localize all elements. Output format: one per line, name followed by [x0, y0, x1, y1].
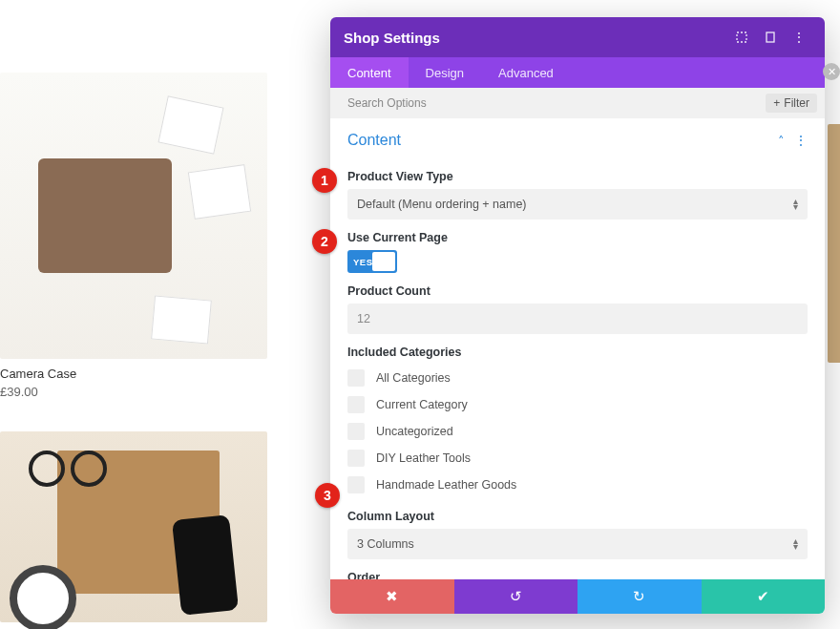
label-column-layout: Column Layout	[347, 510, 808, 523]
select-value: 3 Columns	[357, 537, 414, 551]
category-option[interactable]: Uncategorized	[347, 418, 808, 445]
product-image	[828, 124, 840, 363]
undo-button[interactable]: ↺	[454, 579, 578, 614]
checkbox-icon[interactable]	[347, 450, 365, 467]
panel-body: Product View Type Default (Menu ordering…	[330, 158, 825, 579]
svg-rect-1	[766, 32, 774, 42]
select-column-layout[interactable]: 3 Columns ▴▾	[347, 529, 808, 559]
toggle-use-current-page[interactable]: YES	[347, 250, 397, 273]
close-icon: ✖	[386, 588, 398, 605]
section-content-header[interactable]: Content ˄ ⋮	[330, 118, 825, 158]
annotation-1: 1	[312, 168, 337, 193]
checkbox-icon[interactable]	[347, 476, 365, 493]
search-input[interactable]: Search Options	[347, 96, 427, 110]
close-panel-button[interactable]: ✕	[823, 63, 840, 80]
category-label: DIY Leather Tools	[376, 451, 471, 465]
responsive-preview-icon[interactable]	[758, 25, 783, 50]
product-card	[0, 431, 267, 622]
product-price: £39.00	[0, 385, 267, 399]
category-label: Handmade Leather Goods	[376, 478, 516, 492]
svg-rect-0	[737, 32, 746, 42]
checkbox-icon[interactable]	[347, 423, 365, 440]
tab-bar: Content Design Advanced	[330, 57, 825, 88]
label-use-current-page: Use Current Page	[347, 231, 808, 244]
tab-content[interactable]: Content	[330, 57, 409, 88]
category-option[interactable]: Current Category	[347, 391, 808, 418]
category-label: Uncategorized	[376, 425, 453, 438]
product-title: Camera Case	[0, 367, 267, 381]
annotation-2: 2	[312, 229, 337, 254]
toggle-state-label: YES	[353, 257, 373, 267]
category-label: All Categories	[376, 371, 451, 385]
plus-icon: +	[773, 96, 780, 110]
annotation-3: 3	[315, 483, 340, 508]
redo-icon: ↻	[633, 588, 645, 605]
section-more-icon[interactable]: ⋮	[794, 133, 808, 148]
chevron-up-icon[interactable]: ˄	[778, 134, 785, 148]
checkbox-icon[interactable]	[347, 369, 365, 387]
filter-button[interactable]: + Filter	[766, 94, 817, 113]
caret-icon: ▴▾	[793, 538, 798, 550]
tab-advanced[interactable]: Advanced	[481, 57, 571, 88]
input-placeholder: 12	[357, 312, 370, 325]
search-row: Search Options + Filter	[330, 88, 825, 118]
product-card: Camera Case £39.00	[0, 73, 267, 399]
product-image	[0, 431, 267, 622]
toggle-knob	[372, 252, 395, 271]
included-categories-list: All Categories Current Category Uncatego…	[347, 365, 808, 498]
redo-button[interactable]: ↻	[578, 579, 702, 614]
tab-design[interactable]: Design	[409, 57, 481, 88]
filter-label: Filter	[784, 96, 809, 110]
select-value: Default (Menu ordering + name)	[357, 198, 527, 211]
close-icon: ✕	[828, 66, 836, 78]
action-bar: ✖ ↺ ↻ ✔	[330, 579, 825, 614]
section-title: Content	[347, 132, 778, 149]
caret-icon: ▴▾	[793, 199, 798, 210]
label-included-categories: Included Categories	[347, 346, 808, 359]
label-order: Order	[347, 571, 808, 579]
more-icon[interactable]: ⋮	[787, 25, 811, 50]
expand-icon[interactable]	[729, 25, 754, 50]
category-option[interactable]: Handmade Leather Goods	[347, 472, 808, 498]
check-icon: ✔	[757, 588, 769, 605]
confirm-button[interactable]: ✔	[702, 579, 826, 614]
cancel-button[interactable]: ✖	[330, 579, 454, 614]
shop-settings-panel: Shop Settings ⋮ Content Design Advanced …	[330, 17, 825, 614]
undo-icon: ↺	[510, 588, 522, 605]
input-product-count[interactable]: 12	[347, 304, 808, 334]
label-product-count: Product Count	[347, 284, 808, 298]
checkbox-icon[interactable]	[347, 396, 365, 413]
product-card	[828, 124, 840, 363]
product-image	[0, 73, 267, 359]
label-product-view-type: Product View Type	[347, 170, 808, 183]
category-label: Current Category	[376, 398, 468, 411]
panel-title: Shop Settings	[344, 30, 725, 46]
category-option[interactable]: DIY Leather Tools	[347, 445, 808, 472]
panel-header: Shop Settings ⋮	[330, 17, 825, 57]
category-option[interactable]: All Categories	[347, 365, 808, 391]
select-product-view-type[interactable]: Default (Menu ordering + name) ▴▾	[347, 189, 808, 220]
